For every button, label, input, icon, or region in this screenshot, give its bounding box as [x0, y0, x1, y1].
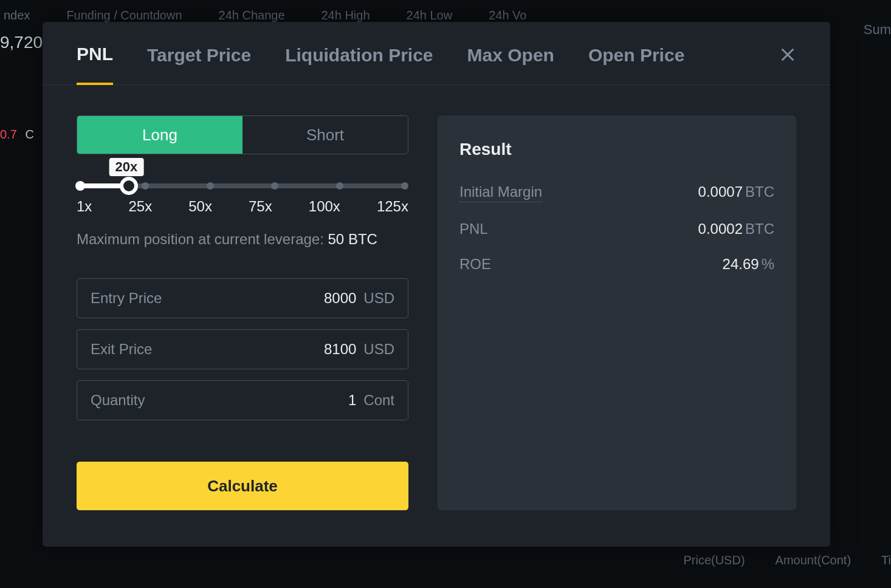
result-row-pnl: PNL 0.0002BTC: [459, 220, 774, 238]
long-button[interactable]: Long: [77, 116, 243, 154]
result-title: Result: [459, 140, 774, 159]
leverage-slider-handle[interactable]: [120, 177, 138, 195]
exit-price-input[interactable]: [152, 341, 356, 358]
quantity-label: Quantity: [91, 392, 145, 409]
short-button[interactable]: Short: [243, 116, 408, 154]
entry-price-unit: USD: [363, 290, 394, 307]
pnl-calculator-modal: PNL Target Price Liquidation Price Max O…: [43, 22, 830, 547]
tab-open-price[interactable]: Open Price: [588, 45, 684, 84]
tab-pnl[interactable]: PNL: [77, 44, 113, 85]
tab-target-price[interactable]: Target Price: [147, 45, 251, 84]
leverage-slider-labels: 1x 25x 50x 75x 100x 125x: [77, 198, 408, 215]
entry-price-label: Entry Price: [91, 290, 162, 307]
result-label-roe: ROE: [459, 256, 491, 273]
calculate-button[interactable]: Calculate: [77, 462, 408, 510]
entry-price-input[interactable]: [162, 290, 356, 307]
max-position-label: Maximum position at current leverage: 50…: [77, 231, 408, 248]
exit-price-label: Exit Price: [91, 341, 152, 358]
entry-price-field[interactable]: Entry Price USD: [77, 278, 408, 318]
tab-max-open[interactable]: Max Open: [467, 45, 554, 84]
leverage-tooltip: 20x: [109, 158, 144, 176]
calculator-inputs-panel: Long Short 20x 1x 25x 50: [77, 115, 408, 510]
result-panel: Result Initial Margin 0.0007BTC PNL 0.00…: [438, 115, 796, 510]
leverage-slider[interactable]: 20x 1x 25x 50x 75x 100x 1: [77, 183, 408, 215]
result-label-pnl: PNL: [459, 220, 488, 238]
quantity-input[interactable]: [145, 392, 356, 409]
result-row-initial-margin: Initial Margin 0.0007BTC: [459, 183, 774, 202]
exit-price-field[interactable]: Exit Price USD: [77, 329, 408, 369]
close-button[interactable]: [779, 46, 796, 83]
tab-liquidation-price[interactable]: Liquidation Price: [285, 45, 433, 84]
position-side-toggle: Long Short: [77, 115, 408, 154]
quantity-unit: Cont: [363, 392, 394, 409]
quantity-field[interactable]: Quantity Cont: [77, 380, 408, 420]
close-icon: [779, 46, 796, 63]
modal-tabs: PNL Target Price Liquidation Price Max O…: [43, 22, 830, 85]
result-label-initial-margin: Initial Margin: [459, 183, 542, 202]
exit-price-unit: USD: [363, 341, 394, 358]
result-row-roe: ROE 24.69%: [459, 256, 774, 273]
